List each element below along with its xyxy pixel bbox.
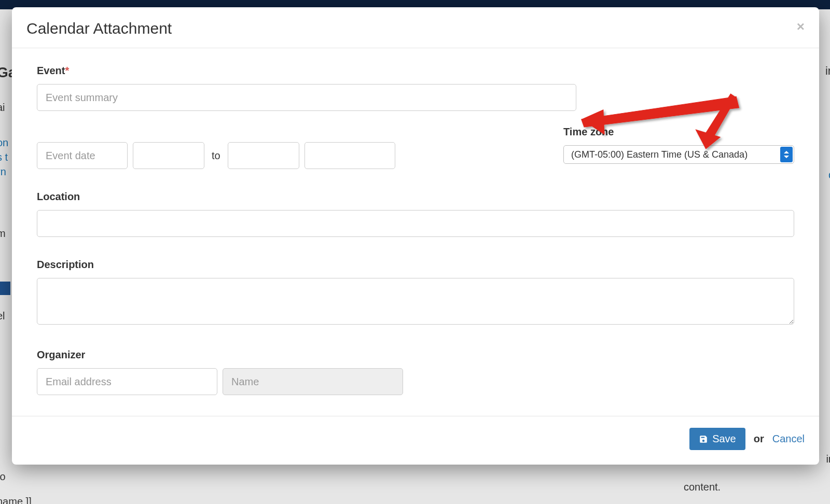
or-text: or xyxy=(754,433,764,445)
modal-body: Event* to Time zone (GMT-05:00) Eastern … xyxy=(12,48,819,416)
modal-footer: Save or Cancel xyxy=(12,416,819,465)
cancel-link[interactable]: Cancel xyxy=(772,433,805,445)
timezone-block: Time zone (GMT-05:00) Eastern Time (US &… xyxy=(563,126,794,164)
timezone-label: Time zone xyxy=(563,126,794,138)
event-end-date-input[interactable] xyxy=(228,142,299,169)
organizer-email-input[interactable] xyxy=(37,368,217,395)
location-input[interactable] xyxy=(37,210,794,237)
description-section: Description xyxy=(37,259,794,327)
organizer-section: Organizer xyxy=(37,349,794,395)
location-section: Location xyxy=(37,191,794,237)
event-summary-input[interactable] xyxy=(37,84,576,111)
event-end-time-input[interactable] xyxy=(305,142,395,169)
to-label: to xyxy=(210,150,223,162)
modal-header: Calendar Attachment × xyxy=(12,7,819,48)
event-label: Event* xyxy=(37,65,794,77)
timezone-select-wrap: (GMT-05:00) Eastern Time (US & Canada) xyxy=(563,145,794,164)
event-start-time-input[interactable] xyxy=(133,142,204,169)
modal-title: Calendar Attachment xyxy=(26,20,172,37)
event-start-date-input[interactable] xyxy=(37,142,128,169)
organizer-name-input[interactable] xyxy=(223,368,403,395)
organizer-label: Organizer xyxy=(37,349,794,361)
description-textarea[interactable] xyxy=(37,278,794,325)
timezone-select[interactable]: (GMT-05:00) Eastern Time (US & Canada) xyxy=(563,145,794,164)
arrow-shaft-1 xyxy=(582,96,739,127)
close-icon[interactable]: × xyxy=(797,20,805,33)
calendar-attachment-modal: Calendar Attachment × Event* to Time zon… xyxy=(12,7,819,465)
location-label: Location xyxy=(37,191,794,203)
description-label: Description xyxy=(37,259,794,271)
save-button[interactable]: Save xyxy=(689,428,745,450)
required-asterisk: * xyxy=(65,65,69,76)
save-icon xyxy=(699,435,708,444)
